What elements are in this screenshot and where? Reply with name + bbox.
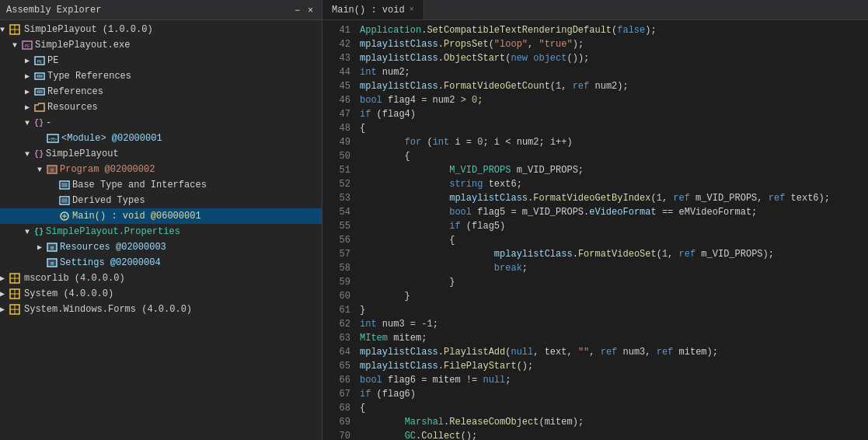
line-number: 70 — [322, 429, 360, 440]
line-content: } — [360, 289, 868, 303]
tree-view[interactable]: ▼SimplePlayout (1.0.0.0)▼PESimplePlayout… — [0, 20, 322, 440]
expand-arrow[interactable]: ▼ — [25, 150, 34, 159]
line-content: Application.SetCompatibleTextRenderingDe… — [360, 23, 868, 37]
code-line: 69 Marshal.ReleaseComObject(mitem); — [322, 415, 868, 429]
code-line: 64mplaylistClass.PlaylistAdd(null, text,… — [322, 345, 868, 359]
tree-node-label: SimplePlayout (1.0.0.0) — [24, 24, 153, 35]
tree-item[interactable]: Base Type and Interfaces — [0, 177, 322, 193]
line-number: 43 — [322, 51, 360, 65]
expand-arrow[interactable]: ▼ — [0, 26, 9, 34]
line-number: 44 — [322, 65, 360, 79]
svg-text:⊞: ⊞ — [51, 260, 54, 267]
line-number: 62 — [322, 317, 360, 331]
line-number: 60 — [322, 289, 360, 303]
tree-item[interactable]: ▶⊞Resources @02000003 — [0, 239, 322, 255]
expand-arrow[interactable]: ▼ — [37, 166, 47, 174]
tree-item[interactable]: <M><Module> @02000001 — [0, 131, 322, 146]
code-tab[interactable]: Main() : void × — [322, 0, 424, 19]
code-panel: Main() : void × 41Application.SetCompati… — [322, 0, 868, 440]
code-line: 42mplaylistClass.PropsSet("loop", "true"… — [322, 37, 868, 51]
tree-item[interactable]: ▼PESimplePlayout.exe — [0, 37, 322, 53]
tree-node-icon: PE — [22, 40, 33, 50]
tree-node-icon: ⊞ — [47, 258, 58, 267]
tree-node-label: Resources @02000003 — [60, 242, 166, 253]
expand-arrow[interactable]: ▶ — [0, 289, 9, 299]
line-number: 66 — [322, 373, 360, 387]
line-content: MItem mitem; — [360, 331, 868, 345]
expand-arrow[interactable]: ▶ — [25, 103, 34, 112]
tree-node-label: <Module> @02000001 — [61, 133, 162, 144]
line-content: { — [360, 233, 868, 247]
line-content: { — [360, 121, 868, 135]
line-number: 55 — [322, 219, 360, 233]
line-content: bool flag5 = m_VID_PROPS.eVideoFormat ==… — [360, 205, 868, 219]
tab-label: Main() : void — [332, 5, 405, 16]
tree-item[interactable]: ▶System (4.0.0.0) — [0, 286, 322, 302]
expand-arrow[interactable]: ▼ — [25, 119, 34, 127]
tree-item[interactable]: ▶References — [0, 84, 322, 100]
code-line: 45mplaylistClass.FormatVideoGetCount(1, … — [322, 79, 868, 93]
code-line: 49 for (int i = 0; i < num2; i++) — [322, 135, 868, 149]
line-content: int num3 = -1; — [360, 317, 868, 331]
tree-node-icon — [9, 288, 22, 299]
tree-item[interactable]: Derived Types — [0, 193, 322, 208]
svg-rect-10 — [35, 89, 44, 95]
tree-item[interactable]: Main() : void @06000001 — [0, 208, 322, 224]
code-line: 54 bool flag5 = m_VID_PROPS.eVideoFormat… — [322, 205, 868, 219]
line-number: 67 — [322, 387, 360, 401]
expand-arrow[interactable]: ▶ — [37, 243, 47, 252]
tree-item[interactable]: ▶mscorlib (4.0.0.0) — [0, 271, 322, 286]
tree-item[interactable]: ⊞Settings @02000004 — [0, 255, 322, 271]
code-line: 68{ — [322, 401, 868, 415]
line-number: 63 — [322, 331, 360, 345]
svg-text:PE: PE — [37, 59, 43, 65]
svg-text:<M>: <M> — [49, 137, 58, 142]
tree-item[interactable]: ▼⊞Program @02000002 — [0, 162, 322, 177]
code-line: 63MItem mitem; — [322, 331, 868, 345]
code-line: 50 { — [322, 149, 868, 163]
code-line: 56 { — [322, 233, 868, 247]
tree-item[interactable]: ▼{}SimplePlayout.Properties — [0, 224, 322, 239]
panel-controls: − × — [292, 5, 315, 15]
code-line: 61} — [322, 303, 868, 317]
tree-node-icon: PE — [34, 56, 45, 65]
code-line: 55 if (flag5) — [322, 219, 868, 233]
line-number: 53 — [322, 191, 360, 205]
expand-arrow[interactable]: ▶ — [0, 305, 9, 314]
line-content: mplaylistClass.ObjectStart(new object())… — [360, 51, 868, 65]
tree-item[interactable]: ▼{}- — [0, 115, 322, 131]
code-line: 41Application.SetCompatibleTextRendering… — [322, 23, 868, 37]
pin-button[interactable]: − — [292, 5, 302, 15]
line-number: 45 — [322, 79, 360, 93]
line-number: 46 — [322, 93, 360, 107]
expand-arrow[interactable]: ▶ — [0, 274, 9, 283]
tab-close-button[interactable]: × — [410, 5, 414, 14]
code-line: 44int num2; — [322, 65, 868, 79]
svg-rect-7 — [35, 73, 44, 79]
tree-node-label: Derived Types — [72, 195, 145, 206]
expand-arrow[interactable]: ▶ — [25, 87, 34, 96]
expand-arrow[interactable]: ▶ — [25, 72, 34, 81]
tree-node-label: mscorlib (4.0.0.0) — [24, 273, 125, 284]
svg-text:⊞: ⊞ — [51, 167, 54, 173]
panel-header: Assembly Explorer − × — [0, 0, 322, 20]
line-number: 49 — [322, 135, 360, 149]
expand-arrow[interactable]: ▼ — [12, 41, 22, 50]
close-panel-button[interactable]: × — [305, 5, 315, 15]
code-line: 57 mplaylistClass.FormatVideoSet(1, ref … — [322, 247, 868, 261]
tree-node-label: Settings @02000004 — [60, 257, 161, 268]
tree-item[interactable]: ▶PEPE — [0, 53, 322, 68]
tree-node-icon — [34, 87, 45, 96]
code-content[interactable]: 41Application.SetCompatibleTextRendering… — [322, 20, 868, 440]
tree-item[interactable]: ▶Resources — [0, 100, 322, 115]
tree-item[interactable]: ▼SimplePlayout (1.0.0.0) — [0, 22, 322, 37]
line-content: GC.Collect(); — [360, 429, 868, 440]
tree-item[interactable]: ▼{}SimplePlayout — [0, 146, 322, 162]
line-number: 47 — [322, 107, 360, 121]
tree-item[interactable]: ▶System.Windows.Forms (4.0.0.0) — [0, 302, 322, 317]
expand-arrow[interactable]: ▶ — [25, 56, 34, 65]
expand-arrow[interactable]: ▼ — [25, 228, 34, 236]
tree-item[interactable]: ▶Type References — [0, 68, 322, 84]
svg-text:PE: PE — [24, 44, 30, 49]
line-number: 58 — [322, 261, 360, 275]
